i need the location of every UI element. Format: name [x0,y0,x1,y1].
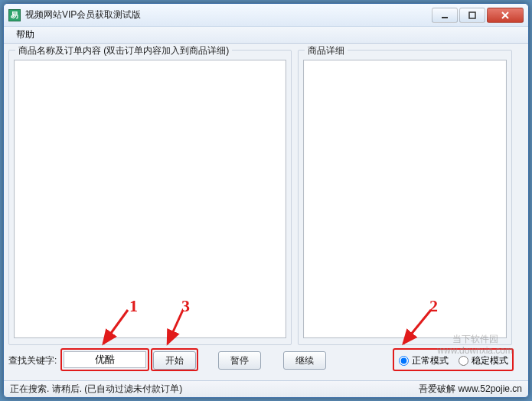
group-product-orders-title: 商品名称及订单内容 (双击订单内容加入到商品详细) [15,44,232,57]
maximize-button[interactable] [459,8,485,23]
radio-normal-label: 正常模式 [412,354,449,367]
start-button[interactable]: 开始 [153,351,196,370]
detail-listbox[interactable] [303,60,507,338]
minimize-button[interactable] [432,8,458,23]
close-button[interactable] [487,8,524,23]
search-input[interactable] [64,351,146,368]
continue-button-label: 继续 [295,354,314,367]
app-window: 易 视频网站VIP会员获取测试版 帮助 商品名称及订单内容 (双击订单内容加入到… [3,3,529,398]
search-label: 查找关键字: [8,354,57,367]
menubar: 帮助 [4,27,528,44]
radio-stable-mode[interactable]: 稳定模式 [459,354,508,367]
continue-button[interactable]: 继续 [283,351,326,370]
pause-button[interactable]: 暂停 [218,351,261,370]
svg-rect-1 [469,12,475,18]
statusbar: 正在搜索. 请稍后. (已自动过滤未付款订单) 吾爱破解 www.52pojie… [4,380,528,397]
radio-stable-input[interactable] [459,356,468,366]
orders-listbox[interactable] [14,60,286,338]
group-product-detail: 商品详细 [298,50,512,345]
radio-normal-input[interactable] [399,356,409,366]
status-left: 正在搜索. 请稍后. (已自动过滤未付款订单) [10,383,182,396]
window-controls [432,8,524,23]
app-icon: 易 [8,9,21,21]
window-title: 视频网站VIP会员获取测试版 [25,8,432,21]
status-right: 吾爱破解 www.52pojie.cn [419,383,522,396]
group-product-orders: 商品名称及订单内容 (双击订单内容加入到商品详细) [8,50,292,345]
start-button-label: 开始 [165,354,184,367]
radio-normal-mode[interactable]: 正常模式 [399,354,449,367]
menu-help[interactable]: 帮助 [10,27,41,43]
titlebar: 易 视频网站VIP会员获取测试版 [4,4,528,27]
pause-button-label: 暂停 [230,354,249,367]
group-product-detail-title: 商品详细 [305,44,348,57]
client-area: 商品名称及订单内容 (双击订单内容加入到商品详细) 商品详细 查找关键字: 开始… [4,44,528,380]
radio-stable-label: 稳定模式 [472,354,508,367]
